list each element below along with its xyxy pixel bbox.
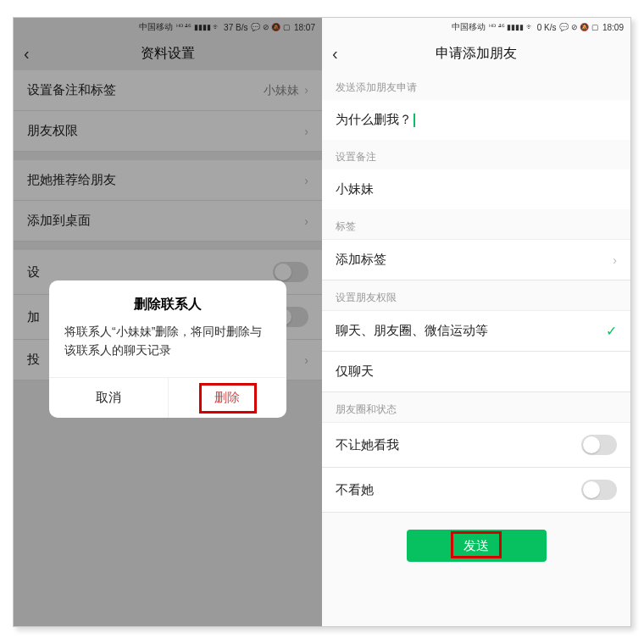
section-label-tag: 标签 bbox=[322, 209, 630, 239]
toggle[interactable] bbox=[581, 435, 617, 455]
perm-option-label: 聊天、朋友圈、微信运动等 bbox=[336, 323, 488, 339]
nav-bar: ‹ 申请添加朋友 bbox=[322, 36, 630, 70]
cancel-button[interactable]: 取消 bbox=[49, 378, 169, 418]
row-tag[interactable]: 添加标签 › bbox=[322, 239, 630, 280]
check-icon: ✓ bbox=[606, 323, 617, 339]
modal-title: 删除联系人 bbox=[49, 280, 286, 322]
row-perm-chat[interactable]: 仅聊天 bbox=[322, 352, 630, 392]
send-button[interactable]: 发送 bbox=[407, 530, 547, 562]
left-phone: 中国移动 ᴴᴰ ⁴⁶ ▮▮▮▮ ᯤ 37 B/s 💬 ⊘ 🔕 ▢ 18:07 ‹… bbox=[14, 18, 322, 626]
send-button-label: 发送 bbox=[464, 538, 489, 554]
net-speed: 0 K/s bbox=[537, 23, 557, 32]
modal-message: 将联系人“小妹妹”删除，将同时删除与该联系人的聊天记录 bbox=[49, 322, 286, 377]
page-title: 申请添加朋友 bbox=[436, 45, 517, 63]
remark-value: 小妹妹 bbox=[336, 181, 374, 197]
screenshots-container: 中国移动 ᴴᴰ ⁴⁶ ▮▮▮▮ ᯤ 37 B/s 💬 ⊘ 🔕 ▢ 18:07 ‹… bbox=[13, 17, 631, 627]
status-bar: 中国移动 ᴴᴰ ⁴⁶ ▮▮▮▮ ᯤ 0 K/s 💬 ⊘ 🔕 ▢ 18:09 bbox=[322, 18, 630, 36]
status-icons: ᴴᴰ ⁴⁶ ▮▮▮▮ ᯤ bbox=[489, 23, 534, 31]
remark-input[interactable]: 小妹妹 bbox=[322, 169, 630, 209]
delete-button-label: 删除 bbox=[214, 390, 240, 404]
section-label-perm: 设置朋友权限 bbox=[322, 280, 630, 310]
text-cursor bbox=[414, 114, 415, 127]
apply-input-value: 为什么删我？ bbox=[336, 112, 412, 128]
section-label-apply: 发送添加朋友申请 bbox=[322, 70, 630, 100]
row-perm-full[interactable]: 聊天、朋友圈、微信运动等 ✓ bbox=[322, 310, 630, 352]
toggle[interactable] bbox=[581, 480, 617, 500]
row-label: 不看她 bbox=[336, 482, 374, 498]
row-hide-her[interactable]: 不看她 bbox=[322, 468, 630, 513]
carrier-text: 中国移动 bbox=[452, 21, 486, 33]
right-phone: 中国移动 ᴴᴰ ⁴⁶ ▮▮▮▮ ᯤ 0 K/s 💬 ⊘ 🔕 ▢ 18:09 ‹ … bbox=[322, 18, 630, 626]
send-wrap: 发送 bbox=[322, 513, 630, 570]
row-hide-me[interactable]: 不让她看我 bbox=[322, 422, 630, 468]
back-icon[interactable]: ‹ bbox=[332, 45, 338, 62]
apply-input[interactable]: 为什么删我？ bbox=[322, 100, 630, 140]
section-label-moments: 朋友圈和状态 bbox=[322, 392, 630, 422]
row-label: 不让她看我 bbox=[336, 437, 399, 453]
tag-value: 添加标签 bbox=[336, 252, 386, 268]
clock: 18:09 bbox=[602, 23, 624, 32]
delete-button[interactable]: 删除 bbox=[169, 378, 287, 418]
delete-modal: 删除联系人 将联系人“小妹妹”删除，将同时删除与该联系人的聊天记录 取消 删除 bbox=[49, 280, 286, 418]
modal-buttons: 取消 删除 bbox=[49, 377, 286, 418]
chevron-right-icon: › bbox=[613, 253, 617, 267]
perm-option-label: 仅聊天 bbox=[336, 364, 374, 380]
section-label-remark: 设置备注 bbox=[322, 140, 630, 169]
status-icons-2: 💬 ⊘ 🔕 ▢ bbox=[559, 23, 599, 31]
